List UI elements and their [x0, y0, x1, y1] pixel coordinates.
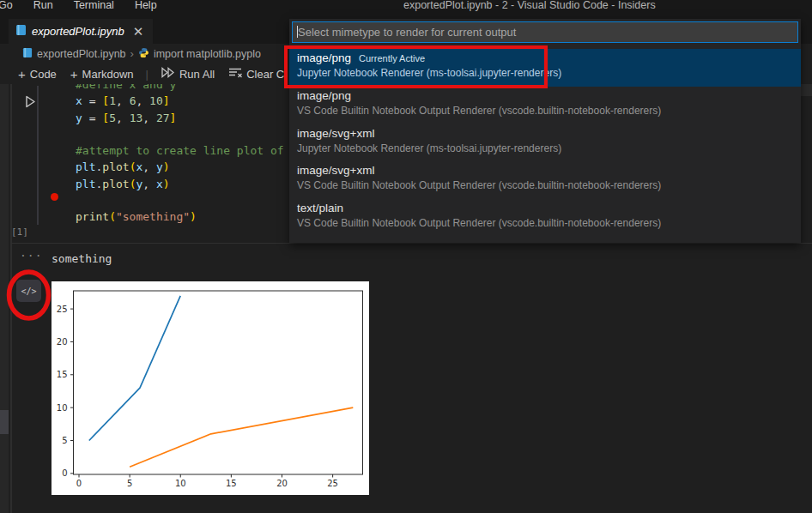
quickpick-item-description: Jupyter Notebook Renderer (ms-toolsai.ju…	[297, 142, 801, 154]
quickpick-item[interactable]: image/svg+xmlJupyter Notebook Renderer (…	[289, 124, 801, 162]
vscode-window: GoRunTerminalHelp exportedPlot.ipynb - 2…	[0, 0, 812, 513]
output-gutter-line	[10, 84, 12, 513]
svg-text:15: 15	[57, 370, 68, 379]
add-code-label: Code	[30, 68, 57, 81]
left-edge-strip	[0, 19, 9, 513]
svg-text:0: 0	[62, 468, 67, 478]
tab-close-icon[interactable]: ✕	[133, 24, 144, 39]
currently-active-badge: Currently Active	[359, 53, 425, 63]
quickpick-item-title: image/png	[297, 89, 351, 102]
quickpick-item[interactable]: text/plainVS Code Builtin Notebook Outpu…	[289, 199, 801, 237]
window-title: exportedPlot.ipynb - 2 - Visual Studio C…	[403, 0, 656, 13]
text-caret	[297, 26, 298, 38]
breadcrumb-symbol[interactable]: import matplotlib.pyplo	[154, 48, 261, 60]
notebook-file-icon	[15, 24, 27, 39]
add-markdown-button[interactable]: + Markdown	[64, 67, 141, 81]
clear-outputs-button[interactable]: Clear C	[221, 67, 291, 81]
chevron-right-icon: ›	[130, 47, 134, 60]
quickpick-item-title: image/svg+xml	[297, 164, 374, 177]
run-cell-button[interactable]	[23, 94, 38, 112]
run-all-icon	[161, 67, 175, 81]
menu-bar: GoRunTerminalHelp	[0, 0, 167, 13]
menu-go[interactable]: Go	[0, 0, 23, 13]
quickpick-item[interactable]: image/pngCurrently ActiveJupyter Noteboo…	[289, 49, 801, 87]
svg-text:10: 10	[57, 403, 68, 413]
mimetype-quickpick: Select mimetype to render for current ou…	[289, 19, 801, 243]
matplotlib-plot: 05101520250510152025	[52, 281, 369, 495]
quickpick-item-description: VS Code Builtin Notebook Output Renderer…	[297, 179, 801, 191]
tab-label: exportedPlot.ipynb	[32, 25, 124, 38]
svg-text:0: 0	[76, 479, 82, 488]
quickpick-item-description: VS Code Builtin Notebook Output Renderer…	[297, 105, 801, 117]
title-bar: GoRunTerminalHelp exportedPlot.ipynb - 2…	[0, 0, 812, 19]
add-markdown-label: Markdown	[82, 68, 134, 81]
quickpick-item-description: VS Code Builtin Notebook Output Renderer…	[297, 217, 801, 229]
breadcrumb-file[interactable]: exportedPlot.ipynb	[37, 48, 126, 60]
breakpoint-icon[interactable]	[51, 193, 58, 201]
quickpick-item-title: image/svg+xml	[297, 127, 374, 140]
clear-outputs-label: Clear C	[246, 68, 284, 81]
menu-terminal[interactable]: Terminal	[64, 0, 124, 13]
svg-text:25: 25	[57, 305, 68, 314]
quickpick-list: image/pngCurrently ActiveJupyter Noteboo…	[289, 49, 801, 237]
menu-help[interactable]: Help	[124, 0, 167, 13]
tab-exportedPlot[interactable]: exportedPlot.ipynb ✕	[9, 19, 153, 44]
quickpick-item-title: text/plain	[297, 202, 343, 214]
plus-icon: +	[18, 67, 26, 81]
python-icon	[138, 46, 149, 62]
output-stream-text: something	[52, 252, 112, 265]
svg-text:20: 20	[276, 479, 288, 488]
quickpick-input[interactable]: Select mimetype to render for current ou…	[292, 21, 798, 43]
quickpick-item-description: Jupyter Notebook Renderer (ms-toolsai.ju…	[297, 67, 801, 79]
change-presentation-button[interactable]: </>	[16, 280, 41, 302]
plus-icon: +	[70, 67, 78, 81]
quickpick-item[interactable]: image/svg+xmlVS Code Builtin Notebook Ou…	[289, 161, 801, 199]
quickpick-item-title: image/png	[297, 51, 351, 64]
svg-text:5: 5	[62, 436, 67, 445]
clear-outputs-icon	[228, 67, 242, 81]
menu-run[interactable]: Run	[23, 0, 64, 13]
output-collapse-dots[interactable]: ···	[20, 249, 42, 262]
notebook-file-icon	[22, 46, 33, 62]
toolbar-separator: |	[141, 68, 154, 81]
svg-text:15: 15	[226, 479, 237, 488]
execution-count: [1]	[11, 226, 28, 238]
run-all-button[interactable]: Run All	[154, 67, 221, 81]
svg-text:20: 20	[57, 337, 68, 347]
svg-text:10: 10	[175, 479, 186, 488]
svg-text:5: 5	[127, 479, 132, 488]
add-code-button[interactable]: + Code	[11, 67, 64, 81]
run-all-label: Run All	[179, 68, 215, 81]
quickpick-item[interactable]: image/pngVS Code Builtin Notebook Output…	[289, 87, 801, 124]
cell-divider-line	[11, 243, 812, 244]
svg-text:25: 25	[327, 479, 338, 488]
